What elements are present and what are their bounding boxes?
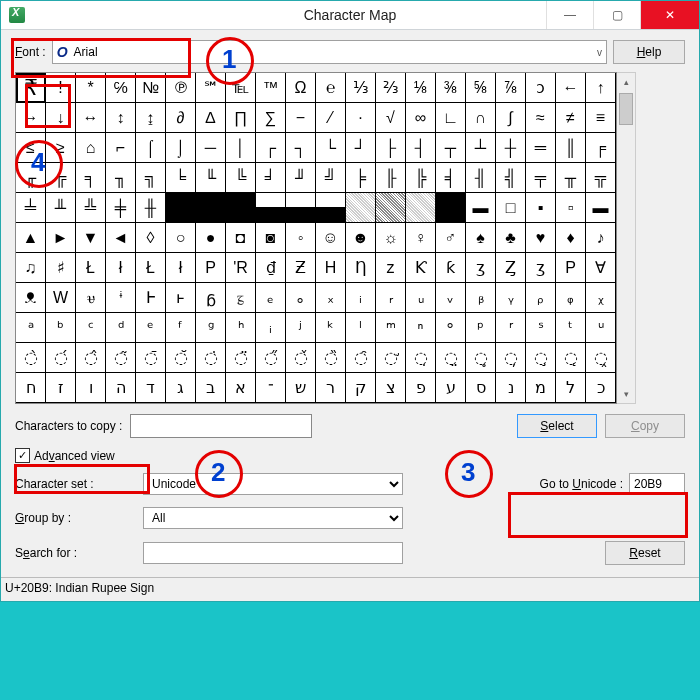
char-cell[interactable]: ◘ (226, 223, 256, 253)
char-cell[interactable] (436, 193, 466, 223)
char-cell[interactable]: ╙ (196, 163, 226, 193)
char-cell[interactable]: ┌ (256, 133, 286, 163)
char-cell[interactable]: ᵣ (376, 283, 406, 313)
char-cell[interactable]: ┬ (436, 133, 466, 163)
char-cell[interactable]: ◌̀ (16, 343, 46, 373)
char-cell[interactable]: ⅜ (436, 73, 466, 103)
char-cell[interactable]: ᶠ (166, 313, 196, 343)
char-cell[interactable]: ᵐ (376, 313, 406, 343)
char-cell[interactable]: ♪ (586, 223, 616, 253)
char-cell[interactable]: ש (286, 373, 316, 403)
char-cell[interactable]: ◌̈ (226, 343, 256, 373)
char-cell[interactable] (196, 193, 226, 223)
char-cell[interactable]: ⅓ (346, 73, 376, 103)
char-cell[interactable]: ◌̭ (586, 343, 616, 373)
char-cell[interactable]: ʰ (226, 313, 256, 343)
char-cell[interactable]: ʒ (466, 253, 496, 283)
char-cell[interactable]: ₹ (16, 73, 46, 103)
char-cell[interactable]: ♯ (46, 253, 76, 283)
char-cell[interactable]: ▬ (586, 193, 616, 223)
char-cell[interactable]: ↓ (46, 103, 76, 133)
char-cell[interactable]: ╘ (166, 163, 196, 193)
font-dropdown[interactable]: O Arial v (52, 40, 607, 64)
char-cell[interactable]: ◌̛ (376, 343, 406, 373)
char-cell[interactable]: ⅞ (496, 73, 526, 103)
char-cell[interactable]: Ł (76, 253, 106, 283)
char-cell[interactable]: ─ (196, 133, 226, 163)
char-cell[interactable]: א (226, 373, 256, 403)
char-cell[interactable]: ╜ (286, 163, 316, 193)
char-cell[interactable]: מ (526, 373, 556, 403)
char-cell[interactable]: ᵢ (256, 313, 286, 343)
help-button[interactable]: Help (613, 40, 685, 64)
char-cell[interactable]: ╗ (136, 163, 166, 193)
char-cell[interactable]: ל (556, 373, 586, 403)
char-cell[interactable]: ◌̃ (106, 343, 136, 373)
char-cell[interactable] (316, 193, 346, 223)
char-cell[interactable]: ʲ (286, 313, 316, 343)
char-cell[interactable]: ▲ (16, 223, 46, 253)
char-cell[interactable]: ┴ (466, 133, 496, 163)
char-cell[interactable]: ᵦ (466, 283, 496, 313)
char-cell[interactable]: ♣ (496, 223, 526, 253)
char-cell[interactable]: ▼ (76, 223, 106, 253)
char-cell[interactable]: ק (346, 373, 376, 403)
char-cell[interactable] (286, 193, 316, 223)
char-cell[interactable]: ᵖ (466, 313, 496, 343)
char-cell[interactable]: → (16, 103, 46, 133)
char-cell[interactable]: ◌̂ (76, 343, 106, 373)
char-cell[interactable]: ♠ (466, 223, 496, 253)
advanced-checkbox[interactable] (15, 448, 30, 463)
char-cell[interactable]: ↄ (526, 73, 556, 103)
char-cell[interactable]: ᵒ (436, 313, 466, 343)
char-cell[interactable]: ⌡ (166, 133, 196, 163)
char-cell[interactable]: פ (406, 373, 436, 403)
char-cell[interactable]: ∩ (466, 103, 496, 133)
char-cell[interactable]: ◌̑ (346, 343, 376, 373)
char-cell[interactable]: ˢ (526, 313, 556, 343)
char-cell[interactable]: ● (196, 223, 226, 253)
char-cell[interactable]: ◌̧ (526, 343, 556, 373)
char-cell[interactable]: ᵈ (106, 313, 136, 343)
char-cell[interactable]: ⌂ (76, 133, 106, 163)
char-cell[interactable]: ╫ (136, 193, 166, 223)
titlebar[interactable]: Character Map — ▢ ✕ (1, 1, 699, 30)
char-cell[interactable]: ◌̨ (556, 343, 586, 373)
char-cell[interactable]: └ (316, 133, 346, 163)
char-cell[interactable]: ≠ (556, 103, 586, 133)
char-cell[interactable]: נ (496, 373, 526, 403)
char-cell[interactable]: ◌̌ (286, 343, 316, 373)
char-cell[interactable]: ╨ (46, 193, 76, 223)
char-cell[interactable]: ₓ (316, 283, 346, 313)
char-cell[interactable]: ∟ (436, 103, 466, 133)
char-cell[interactable]: ł (106, 253, 136, 283)
char-cell[interactable]: ∙ (346, 103, 376, 133)
char-cell[interactable]: ⌐ (106, 133, 136, 163)
char-cell[interactable]: ↔ (76, 103, 106, 133)
char-cell[interactable]: ◌̆ (166, 343, 196, 373)
char-cell[interactable]: ╪ (106, 193, 136, 223)
char-cell[interactable]: ♦ (556, 223, 586, 253)
char-cell[interactable]: ᵥ (436, 283, 466, 313)
char-cell[interactable] (346, 193, 376, 223)
char-cell[interactable]: ᵧ (496, 283, 526, 313)
char-cell[interactable]: ♫ (16, 253, 46, 283)
char-cell[interactable]: P (196, 253, 226, 283)
char-cell[interactable]: ╤ (526, 163, 556, 193)
char-cell[interactable]: ᵏ (316, 313, 346, 343)
char-cell[interactable]: ᵩ (556, 283, 586, 313)
char-cell[interactable]: ≈ (526, 103, 556, 133)
char-cell[interactable]: ⅛ (406, 73, 436, 103)
char-cell[interactable]: ᵃ (16, 313, 46, 343)
char-cell[interactable]: ╡ (436, 163, 466, 193)
char-cell[interactable]: ᵪ (586, 283, 616, 313)
maximize-button[interactable]: ▢ (593, 1, 640, 29)
char-cell[interactable]: ☻ (346, 223, 376, 253)
char-cell[interactable]: ᵇ (46, 313, 76, 343)
char-cell[interactable]: ≥ (46, 133, 76, 163)
groupby-select[interactable]: All (143, 507, 403, 529)
char-cell[interactable]: כ (586, 373, 616, 403)
char-cell[interactable]: ᵘ (586, 313, 616, 343)
char-cell[interactable]: ≡ (586, 103, 616, 133)
char-cell[interactable]: ד (136, 373, 166, 403)
